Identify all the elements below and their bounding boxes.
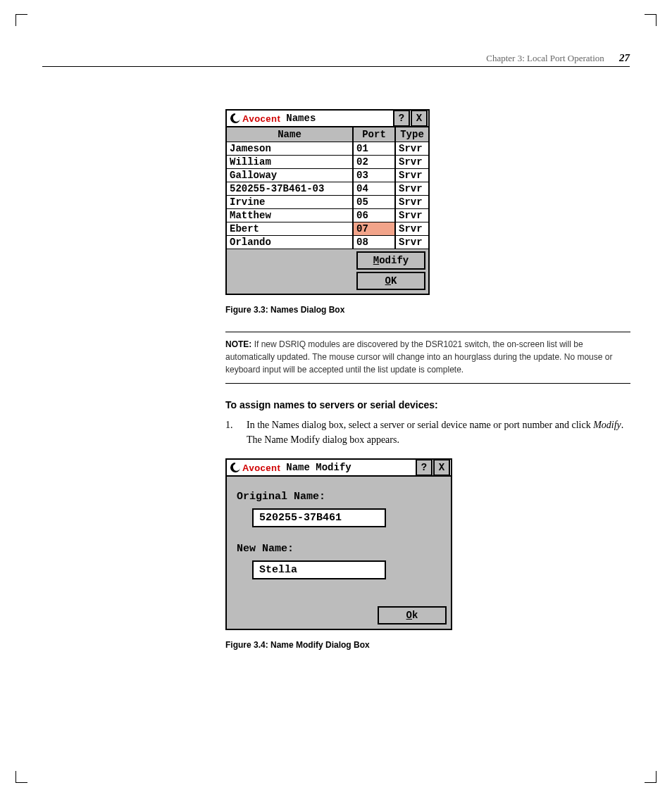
cell-name: Irvine	[227, 196, 354, 208]
step-number: 1.	[225, 418, 247, 447]
original-name-field: 520255-37B461	[252, 508, 386, 527]
table-row[interactable]: Matthew06Srvr	[227, 209, 428, 222]
titlebar: Avocent Name Modify ? X	[227, 460, 451, 477]
cell-type: Srvr	[396, 209, 428, 222]
cell-name: Galloway	[227, 169, 354, 182]
ok-button[interactable]: Ok	[378, 606, 447, 625]
help-button[interactable]: ?	[393, 110, 410, 127]
page-header: Chapter 3: Local Port Operation 27	[486, 52, 630, 64]
new-name-label: New Name:	[237, 543, 441, 555]
crop-mark	[645, 14, 657, 26]
dialog-title: Name Modify	[286, 462, 351, 473]
table-body: Jameson01SrvrWilliam02SrvrGalloway03Srvr…	[227, 142, 428, 249]
close-icon: X	[439, 463, 444, 472]
brand-logo: Avocent	[227, 113, 283, 124]
page: Chapter 3: Local Port Operation 27 Avoce…	[0, 0, 672, 797]
cell-type: Srvr	[396, 222, 428, 235]
modify-button[interactable]: Modify	[356, 251, 425, 270]
cell-name: Ebert	[227, 222, 354, 235]
cell-type: Srvr	[396, 156, 428, 168]
original-name-label: Original Name:	[237, 491, 441, 503]
close-button[interactable]: X	[411, 110, 428, 127]
col-port: Port	[354, 127, 396, 142]
avocent-swirl-icon	[230, 113, 241, 124]
names-dialog: Avocent Names ? X Name Port Type Jameson…	[225, 109, 430, 295]
table-row[interactable]: Orlando08Srvr	[227, 236, 428, 249]
crop-mark	[645, 771, 657, 783]
cell-name: Matthew	[227, 209, 354, 222]
close-button[interactable]: X	[433, 459, 450, 476]
note-box: NOTE: If new DSRIQ modules are discovere…	[225, 332, 630, 384]
content-column: Avocent Names ? X Name Port Type Jameson…	[225, 109, 630, 650]
col-type: Type	[396, 127, 428, 142]
table-header: Name Port Type	[227, 127, 428, 142]
cell-type: Srvr	[396, 182, 428, 195]
cell-type: Srvr	[396, 196, 428, 208]
cell-port: 02	[354, 156, 396, 168]
figure-caption: Figure 3.4: Name Modify Dialog Box	[225, 640, 630, 650]
cell-port: 08	[354, 236, 396, 249]
cell-name: Jameson	[227, 142, 354, 155]
cell-port: 05	[354, 196, 396, 208]
titlebar: Avocent Names ? X	[227, 111, 428, 127]
new-name-field[interactable]: Stella	[252, 560, 386, 579]
chapter-title: Chapter 3: Local Port Operation	[486, 53, 604, 63]
table-row[interactable]: Jameson01Srvr	[227, 142, 428, 156]
cell-name: Orlando	[227, 236, 354, 249]
cell-port: 04	[354, 182, 396, 195]
table-row[interactable]: Irvine05Srvr	[227, 196, 428, 209]
note-label: NOTE:	[225, 339, 251, 349]
brand-text: Avocent	[242, 113, 280, 124]
close-icon: X	[416, 113, 422, 123]
brand-logo: Avocent	[227, 462, 283, 473]
figure-caption: Figure 3.3: Names Dialog Box	[225, 305, 630, 315]
table-row[interactable]: Ebert07Srvr	[227, 222, 428, 236]
table-row[interactable]: William02Srvr	[227, 156, 428, 169]
help-icon: ?	[421, 463, 427, 472]
ok-button[interactable]: OK	[356, 272, 425, 290]
header-rule	[42, 66, 630, 67]
cell-port: 03	[354, 169, 396, 182]
name-modify-dialog: Avocent Name Modify ? X Original Name: 5…	[225, 458, 452, 630]
table-row[interactable]: 520255-37B461-0304Srvr	[227, 182, 428, 196]
dialog-title: Names	[286, 113, 316, 124]
table-row[interactable]: Galloway03Srvr	[227, 169, 428, 182]
cell-port: 07	[354, 222, 396, 235]
brand-text: Avocent	[242, 463, 280, 473]
cell-name: 520255-37B461-03	[227, 182, 354, 195]
help-icon: ?	[399, 113, 404, 123]
col-name: Name	[227, 127, 354, 142]
page-number: 27	[619, 52, 630, 63]
cell-port: 01	[354, 142, 396, 155]
step-1: 1. In the Names dialog box, select a ser…	[225, 418, 630, 447]
avocent-swirl-icon	[230, 462, 241, 473]
cell-type: Srvr	[396, 236, 428, 249]
cell-type: Srvr	[396, 142, 428, 155]
crop-mark	[15, 14, 27, 26]
cell-port: 06	[354, 209, 396, 222]
help-button[interactable]: ?	[416, 459, 433, 476]
crop-mark	[15, 771, 27, 783]
section-heading: To assign names to servers or serial dev…	[225, 399, 630, 410]
cell-name: William	[227, 156, 354, 168]
cell-type: Srvr	[396, 169, 428, 182]
note-text: If new DSRIQ modules are discovered by t…	[225, 339, 612, 375]
step-body: In the Names dialog box, select a server…	[247, 418, 630, 447]
